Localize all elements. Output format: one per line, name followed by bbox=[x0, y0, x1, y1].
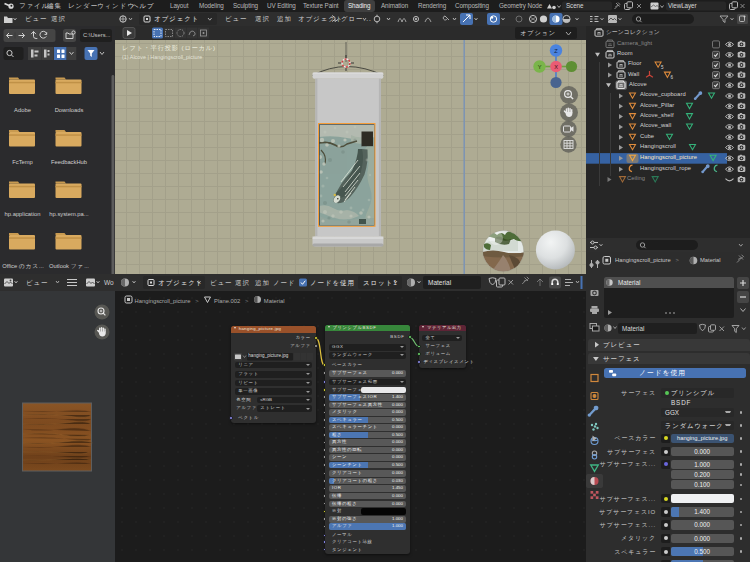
svg-text:X: X bbox=[554, 64, 558, 70]
svg-text:6: 6 bbox=[670, 75, 673, 80]
svg-text:5: 5 bbox=[661, 65, 664, 70]
svg-text:Z: Z bbox=[554, 48, 558, 54]
svg-text:Y: Y bbox=[538, 64, 542, 70]
